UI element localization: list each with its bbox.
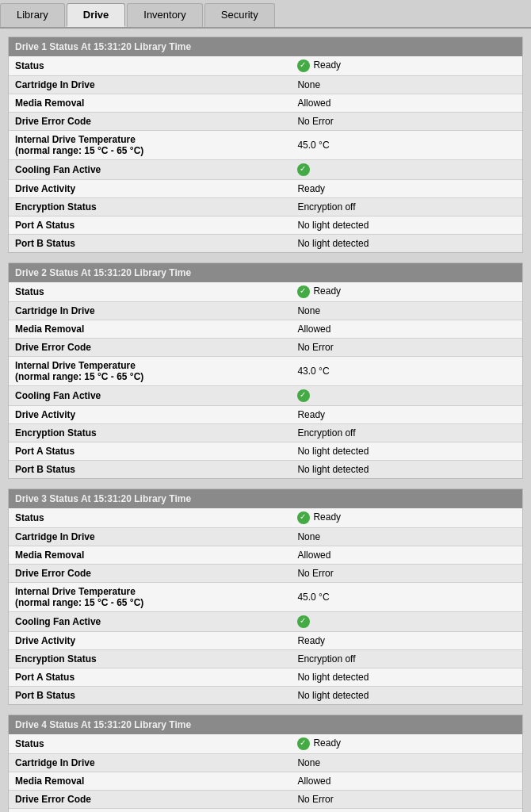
row-label: Drive Error Code [9,565,291,583]
status-check-icon [297,737,310,750]
row-label: Port A Status [9,442,291,461]
row-label: Encryption Status [9,650,291,668]
status-text: Ready [313,285,341,297]
row-label: Cartridge In Drive [9,754,291,772]
row-value: No Error [291,339,522,357]
status-check-icon [297,59,310,72]
row-value: Encryption off [291,424,522,442]
table-row: Cartridge In DriveNone [9,528,522,546]
table-row: Port A StatusNo light detected [9,442,522,461]
table-row: Internal Drive Temperature(normal range:… [9,583,522,612]
table-row: Encryption StatusEncryption off [9,424,522,442]
drive-header-1: Drive 1 Status At 15:31:20 Library Time [9,37,522,56]
row-label: Cooling Fan Active [9,160,291,180]
row-value: No Error [291,565,522,583]
row-label: Port B Status [9,461,291,479]
table-row: Internal Drive Temperature(normal range:… [9,357,522,386]
row-label: Cartridge In Drive [9,76,291,94]
drive-header-4: Drive 4 Status At 15:31:20 Library Time [9,715,522,734]
table-row: Cooling Fan Active [9,386,522,406]
row-value: None [291,754,522,772]
row-value: 45.0 °C [291,583,522,612]
row-label: Media Removal [9,772,291,791]
drives-container: Drive 1 Status At 15:31:20 Library TimeS… [8,36,523,812]
cooling-fan-check-icon [297,163,310,176]
row-value: Ready [291,734,522,754]
table-row: Media RemovalAllowed [9,94,522,113]
row-label: Status [9,734,291,754]
tab-bar: LibraryDriveInventorySecurity [0,0,531,29]
tab-security[interactable]: Security [204,3,275,27]
row-value: Allowed [291,94,522,113]
table-row: Drive Error CodeNo Error [9,113,522,131]
row-value: Allowed [291,772,522,791]
row-label: Drive Error Code [9,791,291,809]
row-label: Cooling Fan Active [9,612,291,632]
row-value: Ready [291,180,522,198]
row-label: Internal Drive Temperature(normal range:… [9,357,291,386]
status-text: Ready [313,59,341,71]
table-row: Internal Drive Temperature(normal range:… [9,809,522,813]
row-value: 43.0 °C [291,357,522,386]
row-value: None [291,76,522,94]
table-row: Internal Drive Temperature(normal range:… [9,131,522,160]
status-check-icon [297,285,310,298]
table-row: Port A StatusNo light detected [9,216,522,235]
row-value [291,160,522,180]
row-value: No light detected [291,461,522,479]
drive-table-1: StatusReadyCartridge In DriveNoneMedia R… [9,56,522,252]
row-label: Port B Status [9,235,291,253]
row-label: Port A Status [9,216,291,235]
row-label: Drive Activity [9,180,291,198]
drive-section-2: Drive 2 Status At 15:31:20 Library TimeS… [8,262,523,479]
table-row: Media RemovalAllowed [9,546,522,565]
row-label: Drive Activity [9,632,291,650]
row-value: No light detected [291,442,522,461]
table-row: Drive Error CodeNo Error [9,339,522,357]
drive-section-4: Drive 4 Status At 15:31:20 Library TimeS… [8,714,523,812]
table-row: Cartridge In DriveNone [9,302,522,320]
drive-table-2: StatusReadyCartridge In DriveNoneMedia R… [9,282,522,478]
row-value: 46.0 °C [291,809,522,813]
row-value: No light detected [291,687,522,705]
row-label: Drive Error Code [9,113,291,131]
tab-library[interactable]: Library [0,3,65,27]
row-value: No light detected [291,668,522,687]
row-value: None [291,528,522,546]
table-row: Port B StatusNo light detected [9,687,522,705]
row-label: Internal Drive Temperature(normal range:… [9,809,291,813]
table-row: Drive Error CodeNo Error [9,565,522,583]
row-label: Media Removal [9,94,291,113]
row-label: Status [9,508,291,528]
row-label: Drive Activity [9,406,291,424]
table-row: Media RemovalAllowed [9,320,522,339]
row-value: Allowed [291,320,522,339]
row-label: Drive Error Code [9,339,291,357]
row-value: Encryption off [291,198,522,216]
table-row: StatusReady [9,282,522,302]
row-value: Allowed [291,546,522,565]
status-text: Ready [313,737,341,749]
table-row: Encryption StatusEncryption off [9,198,522,216]
table-row: Cooling Fan Active [9,160,522,180]
main-content: Drive 1 Status At 15:31:20 Library TimeS… [0,29,531,812]
row-label: Media Removal [9,320,291,339]
row-value: No light detected [291,235,522,253]
table-row: StatusReady [9,508,522,528]
status-check-icon [297,511,310,524]
drive-table-4: StatusReadyCartridge In DriveNoneMedia R… [9,734,522,812]
table-row: Drive Error CodeNo Error [9,791,522,809]
row-value: Ready [291,406,522,424]
table-row: Port A StatusNo light detected [9,668,522,687]
drive-section-1: Drive 1 Status At 15:31:20 Library TimeS… [8,36,523,253]
tab-drive[interactable]: Drive [67,3,126,27]
row-value: Ready [291,282,522,302]
row-value: No Error [291,791,522,809]
table-row: StatusReady [9,56,522,76]
tab-inventory[interactable]: Inventory [127,3,202,27]
table-row: StatusReady [9,734,522,754]
row-label: Cartridge In Drive [9,302,291,320]
row-value: No Error [291,113,522,131]
drive-header-2: Drive 2 Status At 15:31:20 Library Time [9,263,522,282]
drive-table-3: StatusReadyCartridge In DriveNoneMedia R… [9,508,522,704]
